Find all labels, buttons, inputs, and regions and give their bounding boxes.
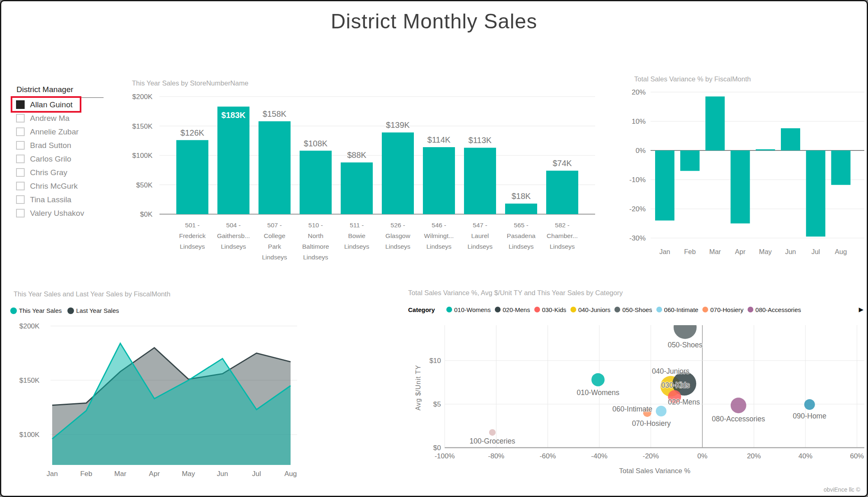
slicer-item-brad-sutton[interactable]: Brad Sutton [14, 139, 105, 152]
x-axis-label: Apr [149, 470, 160, 478]
bubble-080-accessories[interactable] [731, 398, 746, 413]
checkbox-unchecked[interactable] [16, 155, 25, 163]
legend-item-050-shoes[interactable]: 050-Shoes [614, 306, 652, 313]
bubble-label-090-home: 090-Home [793, 412, 826, 420]
variance-bar[interactable] [680, 150, 699, 171]
variance-bar[interactable] [756, 149, 775, 150]
slicer-item-carlos-grilo[interactable]: Carlos Grilo [14, 152, 105, 166]
slicer-item-label: Valery Ushakov [30, 209, 84, 218]
scatter-chart-title: Total Sales Variance %, Avg $/Unit TY an… [408, 289, 623, 297]
x-axis-label: Lindseys [303, 254, 328, 261]
legend-item-020-mens[interactable]: 020-Mens [495, 306, 530, 313]
bubble-100-groceries[interactable] [489, 429, 496, 436]
legend-label: 080-Accessories [755, 306, 801, 313]
store-bar[interactable] [176, 140, 208, 214]
bubble-label-030-kids: 030-Kids [661, 381, 690, 389]
checkbox-unchecked[interactable] [16, 127, 25, 136]
slicer-item-chris-mcgurk[interactable]: Chris McGurk [14, 179, 105, 193]
bar-data-label: $114K [427, 135, 451, 144]
x-tick-label: -20% [643, 452, 659, 460]
legend-title: Category [408, 306, 435, 313]
x-axis-label: Lindseys [180, 243, 205, 250]
slicer-item-label: Allan Guinot [30, 100, 73, 109]
variance-bar[interactable] [655, 150, 674, 220]
legend-scroll-right-icon[interactable]: ▶ [859, 306, 863, 313]
store-bar[interactable] [300, 151, 332, 214]
x-axis-label: Bowie [348, 232, 365, 239]
variance-chart-title: Total Sales Variance % by FiscalMonth [634, 75, 751, 83]
x-axis-label: Glasgow [386, 232, 411, 239]
x-axis-label: Chamber... [547, 232, 578, 239]
bubble-060-intimate[interactable] [656, 406, 667, 416]
legend-dot [656, 307, 662, 312]
legend-label: This Year Sales [19, 307, 62, 314]
legend-item-070-hosiery[interactable]: 070-Hosiery [702, 306, 743, 313]
x-axis-label: Jul [811, 248, 820, 255]
category-scatter-chart: -100%-80%-60%-40%-20%0%20%40%60%$0$5$10T… [408, 322, 868, 495]
store-chart-title: This Year Sales by StoreNumberName [132, 79, 248, 87]
store-bar[interactable] [423, 147, 455, 214]
legend-item-this-year-sales[interactable]: This Year Sales [10, 307, 62, 314]
bubble-050-shoes[interactable] [674, 322, 697, 339]
x-axis-label: College [264, 232, 286, 239]
x-tick-label: 40% [799, 452, 813, 460]
store-bar[interactable] [217, 106, 249, 214]
variance-bar[interactable] [731, 150, 750, 224]
variance-bar[interactable] [831, 150, 850, 185]
legend-label: Last Year Sales [76, 307, 119, 314]
x-axis-label: Park [268, 243, 281, 250]
slicer-item-chris-gray[interactable]: Chris Gray [14, 166, 105, 179]
slicer-item-tina-lassila[interactable]: Tina Lassila [14, 193, 105, 206]
x-tick-label: -100% [434, 452, 455, 460]
checkbox-unchecked[interactable] [16, 195, 25, 204]
x-axis-label: Lindseys [467, 243, 492, 250]
credit-text: obviEnce llc © [824, 486, 860, 493]
store-bar[interactable] [382, 132, 414, 214]
x-axis-label: Apr [735, 248, 746, 255]
bubble-label-050-shoes: 050-Shoes [668, 341, 703, 349]
legend-label: 070-Hosiery [710, 306, 743, 313]
x-axis-label: Mar [709, 248, 721, 255]
checkbox-unchecked[interactable] [16, 141, 25, 150]
checkbox-unchecked[interactable] [16, 182, 25, 190]
legend-item-060-intimate[interactable]: 060-Intimate [656, 306, 698, 313]
y-tick-label: $200K [19, 322, 40, 330]
bar-data-label: $139K [386, 120, 410, 129]
x-axis-label: 526 - [390, 222, 405, 229]
legend-item-030-kids[interactable]: 030-Kids [534, 306, 566, 313]
x-axis-label: 547 - [473, 222, 487, 229]
variance-bar[interactable] [781, 128, 800, 150]
slicer-item-allan-guinot[interactable]: Allan Guinot [14, 98, 105, 111]
store-bar[interactable] [259, 121, 291, 214]
bubble-label-070-hosiery: 070-Hosiery [632, 419, 671, 428]
legend-item-080-accessories[interactable]: 080-Accessories [748, 306, 801, 313]
store-bar[interactable] [464, 148, 496, 214]
legend-item-010-womens[interactable]: 010-Womens [446, 306, 491, 313]
x-axis-label: Lindseys [385, 243, 410, 250]
variance-bar[interactable] [705, 97, 725, 150]
checkbox-unchecked[interactable] [16, 114, 25, 123]
legend-item-040-juniors[interactable]: 040-Juniors [570, 306, 610, 313]
checkbox-checked[interactable] [16, 100, 25, 109]
legend-item-last-year-sales[interactable]: Last Year Sales [67, 307, 119, 314]
slicer-item-andrew-ma[interactable]: Andrew Ma [14, 111, 105, 125]
variance-bar[interactable] [806, 150, 825, 236]
bar-data-label: $88K [347, 150, 367, 160]
bubble-label-080-accessories: 080-Accessories [712, 415, 765, 423]
slicer-item-annelie-zubar[interactable]: Annelie Zubar [14, 125, 105, 139]
x-axis-label: Lindseys [426, 243, 451, 250]
slicer-item-valery-ushakov[interactable]: Valery Ushakov [14, 206, 105, 220]
store-bar[interactable] [546, 171, 578, 214]
legend-dot [10, 307, 17, 314]
checkbox-unchecked[interactable] [16, 168, 25, 177]
variance-bar-chart: Total Sales Variance % by FiscalMonth 20… [626, 71, 868, 264]
x-tick-label: 0% [697, 452, 708, 460]
checkbox-unchecked[interactable] [16, 209, 25, 217]
x-axis-label: Lindseys [549, 243, 575, 250]
store-bar[interactable] [505, 203, 537, 214]
bubble-090-home[interactable] [804, 399, 815, 410]
legend-label: 030-Kids [542, 306, 566, 313]
bubble-010-womens[interactable] [591, 373, 605, 386]
store-bar[interactable] [341, 162, 373, 214]
y-tick-label: -20% [629, 205, 646, 213]
